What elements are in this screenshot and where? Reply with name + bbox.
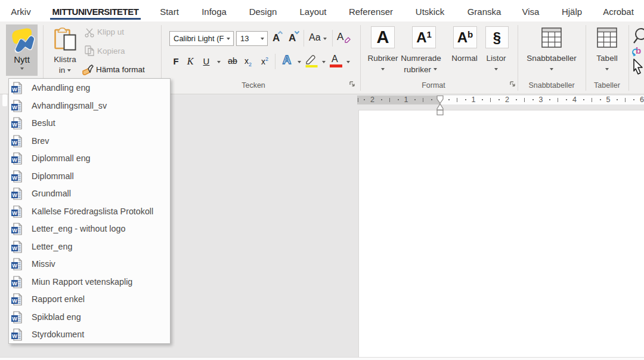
svg-text:W: W	[12, 227, 17, 233]
svg-text:W: W	[12, 280, 17, 286]
svg-text:W: W	[12, 210, 17, 216]
svg-text:W: W	[12, 174, 17, 180]
svg-text:W: W	[12, 122, 17, 128]
svg-text:W: W	[12, 245, 17, 251]
svg-text:W: W	[12, 157, 17, 163]
svg-text:W: W	[12, 104, 17, 110]
svg-text:W: W	[12, 139, 17, 145]
svg-text:W: W	[12, 315, 17, 321]
svg-text:W: W	[12, 333, 17, 339]
svg-text:W: W	[12, 87, 17, 93]
svg-text:W: W	[12, 263, 17, 269]
svg-text:W: W	[12, 298, 17, 304]
svg-text:W: W	[12, 192, 17, 198]
